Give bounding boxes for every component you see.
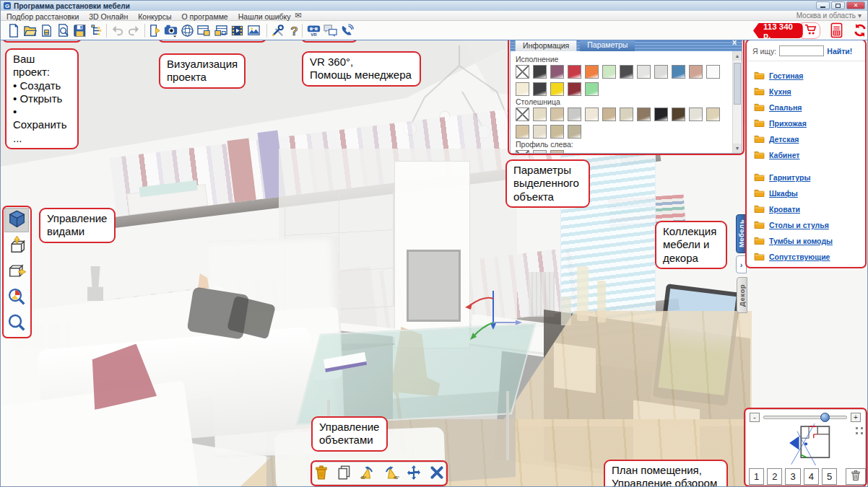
zoom-out-button[interactable]: - (750, 413, 760, 422)
swatch[interactable] (620, 108, 633, 121)
zoom-in-button[interactable]: + (851, 413, 861, 422)
viewport-save-button[interactable] (196, 22, 212, 39)
swatch[interactable] (672, 108, 685, 121)
category-link[interactable]: Тумбы и комоды (747, 233, 865, 249)
menu-item-2[interactable]: 3D Онлайн (89, 12, 128, 21)
category-link[interactable]: Прихожая (747, 115, 865, 131)
copy-button[interactable] (336, 464, 354, 483)
category-link[interactable]: Сопутствующие (747, 249, 865, 265)
help-button[interactable]: ? (286, 22, 302, 39)
menu-item-4[interactable]: О программе (181, 12, 227, 21)
swatch[interactable] (550, 125, 564, 139)
swatch-none[interactable] (516, 150, 529, 153)
swatch-none[interactable] (516, 108, 529, 121)
search-input[interactable] (779, 45, 824, 56)
swatch[interactable] (550, 65, 564, 79)
swatch[interactable] (533, 65, 547, 79)
move-button[interactable] (404, 464, 422, 483)
swatch[interactable] (516, 82, 529, 96)
plan-view-button-1[interactable]: 1 (749, 468, 764, 485)
redo-button[interactable] (126, 22, 142, 39)
manager-chat-button[interactable] (322, 22, 338, 39)
zoom-button[interactable] (4, 312, 29, 336)
view-3d-button[interactable] (179, 22, 195, 39)
swatch[interactable] (568, 65, 581, 79)
pdf-export-button[interactable] (830, 22, 843, 39)
tab-furniture[interactable]: Мебель (736, 214, 747, 253)
plan-delete-button[interactable] (846, 468, 866, 485)
vr-glasses-button[interactable]: VR (305, 22, 321, 39)
swatch[interactable] (585, 65, 599, 79)
open-project-button[interactable] (38, 22, 54, 39)
swatch[interactable] (568, 125, 581, 139)
swatch[interactable] (602, 108, 616, 121)
delete-x-button[interactable] (428, 464, 446, 483)
exit-door-button[interactable] (147, 22, 162, 39)
swatch[interactable] (637, 65, 651, 79)
zoom-slider-thumb[interactable] (820, 413, 830, 422)
swatch[interactable] (550, 108, 564, 121)
view-side-button[interactable] (4, 260, 29, 284)
refresh-button[interactable] (853, 23, 867, 38)
region-selector[interactable]: Москва и область ▾ (797, 12, 862, 19)
swatch[interactable] (602, 65, 616, 79)
video-render-button[interactable] (229, 22, 245, 39)
category-link[interactable]: Гостиная (747, 68, 865, 84)
undo-button[interactable] (109, 22, 125, 39)
structure-tree-button[interactable] (89, 22, 105, 39)
swatch[interactable] (568, 82, 581, 96)
scroll-up-icon[interactable]: ▲ (733, 51, 742, 61)
category-link[interactable]: Столы и стулья (747, 217, 865, 233)
find-button[interactable]: Найти! (827, 47, 852, 56)
swatch[interactable] (533, 108, 547, 121)
category-link[interactable]: Кухня (747, 84, 865, 100)
plan-view-button-4[interactable]: 4 (804, 468, 819, 485)
menu-item-3[interactable]: Конкурсы (138, 12, 171, 21)
swatch[interactable] (620, 65, 633, 79)
rotate-left-45-button[interactable]: 45° (359, 464, 377, 483)
plan-view-button-3[interactable]: 3 (785, 468, 800, 485)
envelope-icon[interactable]: ✉ (295, 11, 302, 20)
plan-view-button-5[interactable]: 5 (822, 468, 837, 485)
open-folder-button[interactable] (22, 22, 38, 39)
camera-button[interactable] (162, 22, 178, 39)
rotate-right-45-button[interactable]: 45° (382, 464, 400, 483)
zoom-selection-button[interactable] (4, 286, 29, 310)
swatch[interactable] (516, 125, 529, 139)
collapse-panel-button[interactable]: › (736, 255, 747, 273)
tab-decor[interactable]: Декор (737, 277, 747, 313)
viewport-load-button[interactable] (212, 22, 228, 39)
swatch[interactable] (706, 108, 720, 121)
swatch[interactable] (585, 108, 599, 121)
tools-wrench-button[interactable] (269, 22, 285, 39)
swatch[interactable] (568, 108, 581, 121)
swatch[interactable] (706, 65, 720, 79)
swatch[interactable] (550, 150, 564, 153)
swatch[interactable] (585, 82, 599, 96)
view-top-button[interactable] (4, 234, 29, 258)
minimize-button[interactable] (816, 1, 830, 9)
scroll-down-icon[interactable]: ▼ (733, 144, 742, 153)
trash-yellow-button[interactable] (313, 464, 331, 483)
view-cube-button[interactable] (4, 208, 29, 232)
plan-view-button-2[interactable]: 2 (767, 468, 782, 485)
category-link[interactable]: Гарнитуры (747, 170, 865, 185)
swatch[interactable] (689, 65, 703, 79)
category-link[interactable]: Кровати (747, 201, 865, 217)
swatch[interactable] (654, 65, 668, 79)
image-export-button[interactable] (246, 22, 261, 39)
zoom-slider[interactable] (763, 416, 847, 419)
swatch[interactable] (550, 82, 564, 96)
phone-call-button[interactable] (339, 22, 355, 39)
swatch[interactable] (637, 108, 651, 121)
close-button[interactable]: ✕ (846, 1, 865, 9)
scroll-thumb[interactable] (734, 63, 741, 105)
swatch[interactable] (533, 150, 547, 153)
menu-item-5[interactable]: Нашли ошибку (238, 12, 291, 21)
swatch-none[interactable] (516, 65, 529, 79)
params-scrollbar[interactable]: ▲ ▼ (732, 51, 742, 153)
new-file-button[interactable] (5, 22, 21, 39)
category-link[interactable]: Шкафы (747, 185, 865, 201)
floor-plan-map[interactable] (746, 424, 865, 467)
swatch[interactable] (654, 108, 668, 121)
